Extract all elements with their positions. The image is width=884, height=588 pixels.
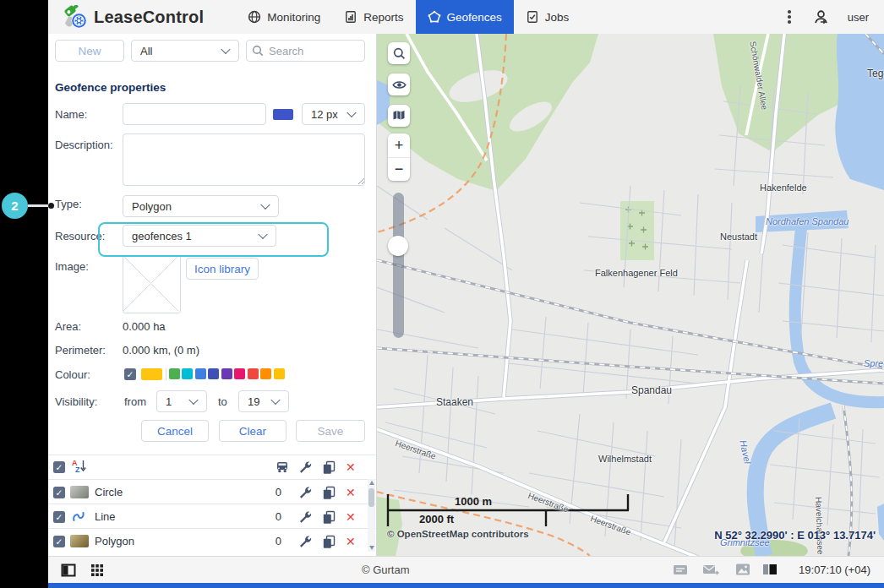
wrench-icon[interactable] <box>298 510 312 524</box>
copy-icon[interactable] <box>322 460 336 474</box>
notice-icon[interactable] <box>673 563 689 577</box>
map-search-button[interactable] <box>388 42 410 64</box>
name-input[interactable] <box>123 103 266 125</box>
layout-icon[interactable] <box>762 563 778 576</box>
geofence-row-polygon[interactable]: ✓ Polygon 0 ✕ <box>48 528 376 553</box>
app-logo <box>63 5 87 29</box>
palette-swatch-cyan[interactable] <box>182 368 193 379</box>
map-label-staaken: Staaken <box>436 396 473 408</box>
main-tabs: Monitoring Reports <box>236 0 581 34</box>
icon-library-button[interactable]: Icon library <box>186 258 259 280</box>
header-right: user <box>784 0 884 34</box>
transport-icon[interactable] <box>276 460 289 474</box>
map-label-hakenfelde: Hakenfelde <box>760 182 807 193</box>
select-all-checkbox[interactable]: ✓ <box>53 461 65 473</box>
type-dropdown-value: Polygon <box>132 200 172 213</box>
palette-swatch-amber[interactable] <box>274 368 285 379</box>
top-header: LeaseControl Monitoring Reports <box>48 0 884 35</box>
scroll-down-icon[interactable] <box>369 546 374 550</box>
sort-az-icon[interactable]: A Z <box>72 459 87 474</box>
zoom-out-button[interactable]: − <box>388 157 410 181</box>
visibility-label: Visibility: <box>55 395 97 408</box>
zoom-slider-track[interactable] <box>393 193 404 338</box>
name-colour-swatch[interactable] <box>273 109 293 120</box>
colour-checkbox[interactable]: ✓ <box>124 368 136 380</box>
palette-swatch-magenta[interactable] <box>234 368 245 379</box>
delete-icon[interactable]: ✕ <box>346 534 356 549</box>
palette-swatch-red[interactable] <box>248 368 259 379</box>
map-label-neustadt: Neustadt <box>720 231 757 242</box>
callout-connector-dot <box>48 203 54 209</box>
list-scrollbar[interactable] <box>368 479 375 552</box>
zoom-slider-handle[interactable] <box>388 236 408 256</box>
palette-swatch-purple[interactable] <box>221 368 232 379</box>
map-attribution: © OpenStreetMap contributors <box>387 529 529 539</box>
description-textarea[interactable] <box>123 133 365 186</box>
delete-icon[interactable]: ✕ <box>346 485 356 500</box>
gurtam-copyright: © Gurtam <box>362 564 410 576</box>
zoom-in-button[interactable]: + <box>388 133 410 158</box>
geofence-polygon-icon <box>428 10 441 24</box>
image-placeholder[interactable] <box>123 255 181 313</box>
map-label-nordhafen-spandau: Nordhafen Spandau <box>766 216 849 226</box>
apps-grid-icon[interactable] <box>90 563 105 578</box>
cancel-button[interactable]: Cancel <box>141 420 209 442</box>
resize-handle-icon[interactable] <box>357 177 365 185</box>
overflow-menu-icon[interactable] <box>784 7 794 27</box>
clock-label: 19:07:10 (+04) <box>799 564 870 576</box>
map-layers-button[interactable] <box>388 105 410 127</box>
resource-dropdown[interactable]: geofences 1 <box>123 225 276 247</box>
palette-swatch-orange[interactable] <box>260 368 271 379</box>
clear-button[interactable]: Clear <box>219 420 286 442</box>
tab-jobs[interactable]: Jobs <box>514 0 581 34</box>
new-geofence-button[interactable]: New <box>55 40 124 62</box>
type-dropdown[interactable]: Polygon <box>123 195 279 217</box>
resource-label: Resource: <box>55 230 105 242</box>
wrench-icon[interactable] <box>298 460 312 474</box>
visibility-from-dropdown[interactable]: 1 <box>156 390 207 412</box>
tab-geofences[interactable]: Geofences <box>416 0 514 34</box>
map-label-spandau: Spandau <box>631 384 672 396</box>
font-size-dropdown[interactable]: 12 px <box>302 103 365 125</box>
wrench-icon[interactable] <box>298 535 312 548</box>
user-icon[interactable] <box>813 9 829 25</box>
scroll-up-icon[interactable] <box>369 481 374 485</box>
bottom-accent-bar <box>48 583 884 588</box>
jobs-checklist-icon <box>526 10 539 24</box>
visibility-to-dropdown[interactable]: 19 <box>238 390 289 412</box>
status-bar: © Gurtam 19:07:10 (+04) <box>48 556 884 584</box>
filter-dropdown[interactable]: All <box>131 40 239 62</box>
copy-icon[interactable] <box>322 535 336 548</box>
wrench-icon[interactable] <box>298 486 312 499</box>
delete-icon[interactable]: ✕ <box>346 460 356 475</box>
filter-dropdown-value: All <box>140 45 152 57</box>
map-label-havelchaussee: Havelchaussee <box>814 497 825 555</box>
tab-reports[interactable]: Reports <box>332 0 415 34</box>
copy-icon[interactable] <box>322 486 336 499</box>
selected-colour-swatch[interactable] <box>141 368 162 380</box>
search-input[interactable] <box>246 40 365 62</box>
mail-icon[interactable] <box>702 563 719 577</box>
line-geofence-icon <box>71 510 86 523</box>
map-visibility-button[interactable] <box>388 74 410 95</box>
panel-toggle-icon[interactable] <box>61 563 76 578</box>
palette-swatch-green[interactable] <box>169 368 180 379</box>
copy-icon[interactable] <box>322 510 336 524</box>
tab-geofences-label: Geofences <box>447 11 502 24</box>
delete-icon[interactable]: ✕ <box>346 509 356 525</box>
geofence-row-line[interactable]: ✓ Line 0 ✕ <box>48 504 376 529</box>
chevron-down-icon <box>221 45 230 54</box>
map-canvas[interactable]: 1000 m 2000 ft <box>377 34 884 556</box>
scrollbar-thumb[interactable] <box>368 488 374 507</box>
row-checkbox[interactable]: ✓ <box>53 536 65 547</box>
tab-monitoring[interactable]: Monitoring <box>236 0 332 34</box>
map-area[interactable]: 1000 m 2000 ft Schönwalder Allee Tegel H… <box>377 34 884 556</box>
geofence-row-circle[interactable]: ✓ Circle 0 ✕ <box>48 479 376 504</box>
row-checkbox[interactable]: ✓ <box>53 487 65 498</box>
palette-swatch-blue[interactable] <box>195 368 206 379</box>
row-checkbox[interactable]: ✓ <box>53 511 65 523</box>
scale-metric-label: 1000 m <box>455 495 492 508</box>
save-button[interactable]: Save <box>296 420 365 442</box>
palette-swatch-indigo[interactable] <box>208 368 219 379</box>
photo-icon[interactable] <box>735 563 750 576</box>
